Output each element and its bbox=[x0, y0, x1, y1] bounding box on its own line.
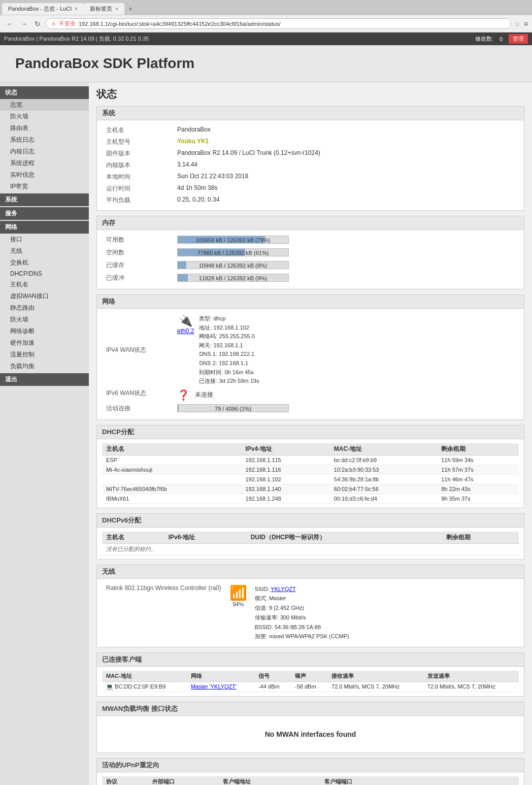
sidebar-item-loadbalance[interactable]: 负载均衡 bbox=[0, 361, 89, 372]
main-layout: 状态 总览 防火墙 路由表 系统日志 内核日志 系统进程 实时信息 IP带宽 系… bbox=[0, 82, 532, 785]
sidebar-item-firewall[interactable]: 防火墙 bbox=[0, 111, 89, 122]
client-network-link[interactable]: Master 'YKLYQZT' bbox=[191, 683, 237, 690]
security-label: 不安全 bbox=[59, 20, 76, 27]
upnp-header-clientaddr: 客户端地址 bbox=[219, 776, 320, 785]
dhcpv6-table: 主机名 IPv6-地址 DUID（DHCP唯一标识符） 剩余租期 没有已分配的租… bbox=[102, 532, 519, 555]
sidebar-item-logout[interactable]: 退出 bbox=[0, 373, 89, 386]
dhcpv6-header-ipv6: IPv6-地址 bbox=[164, 532, 247, 544]
progress-buffered: 11828 kB / 126392 kB (9%) bbox=[177, 274, 289, 282]
ssid-link[interactable]: YKLYQZT bbox=[271, 586, 295, 592]
sidebar-group-title-network[interactable]: 网络 bbox=[0, 221, 89, 234]
sidebar-item-ipbandwidth[interactable]: IP带宽 bbox=[0, 181, 89, 192]
clients-section-header: 已连接客户端 bbox=[97, 653, 524, 667]
dhcpv6-section-header: DHCPv6分配 bbox=[97, 514, 524, 528]
sidebar-item-processes[interactable]: 系统进程 bbox=[0, 157, 89, 169]
lock-icon: ⚠ bbox=[51, 21, 56, 26]
table-row-connections: 活动连接 79 / 4096 (1%) bbox=[102, 403, 519, 415]
wan-info: 类型: dhcp 地址: 192.168.1.102 网络码: 255.255.… bbox=[199, 314, 259, 386]
label-ipv6wan: IPv6 WAN状态 bbox=[102, 387, 173, 403]
sidebar-item-kernlog[interactable]: 内核日志 bbox=[0, 146, 89, 157]
mwan-section-content: No MWAN interfaces found bbox=[97, 716, 524, 753]
wireless-section-header: 无线 bbox=[97, 565, 524, 579]
sidebar-group-title-status[interactable]: 状态 bbox=[0, 86, 89, 99]
cell-hostname: ESP bbox=[102, 455, 241, 465]
client-rx: 72.0 Mbit/s, MCS 7, 20MHz bbox=[327, 681, 423, 692]
memory-section-header: 内存 bbox=[97, 216, 524, 230]
value-avail: 100656 kB / 126392 kB (79%) bbox=[173, 234, 519, 247]
dhcpv6-header-hostname: 主机名 bbox=[102, 532, 164, 544]
signal-indicator: 📶 94% bbox=[229, 584, 247, 607]
tab-active[interactable]: PandoraBox - 总览 - LuCI × bbox=[2, 3, 84, 15]
tab-close-btn[interactable]: × bbox=[75, 6, 78, 12]
progress-connections: 79 / 4096 (1%) bbox=[177, 404, 289, 412]
sidebar-item-static-routes[interactable]: 静态路由 bbox=[0, 302, 89, 314]
sidebar-item-virtual-wan[interactable]: 虚拟WAN接口 bbox=[0, 290, 89, 302]
sidebar-item-netdiag[interactable]: 网络诊断 bbox=[0, 325, 89, 337]
sidebar-item-switch[interactable]: 交换机 bbox=[0, 257, 89, 269]
reload-button[interactable]: ↻ bbox=[32, 19, 43, 29]
status-left-text: PandoraBox | PandoraBox R2 14.09 | 负载: 0… bbox=[4, 35, 149, 43]
sidebar-group-services: 服务 bbox=[0, 207, 89, 220]
question-icon: ❓ bbox=[177, 389, 190, 401]
table-row: Mi-4c-xiaomishouji 192.168.1.116 10:2a:b… bbox=[102, 465, 519, 474]
dhcp-header-ipv4: IPv4-地址 bbox=[241, 443, 329, 455]
eth-link[interactable]: eth0.2 bbox=[177, 328, 194, 335]
clients-section-content: MAC-地址 网络 信号 噪声 接收速率 发送速率 💻 BC:DD: bbox=[97, 667, 524, 696]
sidebar-item-traffic[interactable]: 流量控制 bbox=[0, 349, 89, 361]
sidebar-item-dhcp-dns[interactable]: DHCP/DNS bbox=[0, 269, 89, 279]
upnp-header-action bbox=[404, 776, 519, 785]
client-network: Master 'YKLYQZT' bbox=[187, 681, 254, 692]
memory-section-content: 可用数 100656 kB / 126392 kB (79%) 空闲数 bbox=[97, 230, 524, 289]
tab-close-btn2[interactable]: × bbox=[115, 6, 118, 12]
progress-free: 77880 kB / 126392 kB (61%) bbox=[177, 248, 289, 256]
tab-new-tab[interactable]: 新标签页 × bbox=[84, 3, 124, 15]
sidebar-item-routes[interactable]: 路由表 bbox=[0, 122, 89, 134]
manage-button[interactable]: 管理 bbox=[509, 34, 528, 44]
upnp-section-header: 活动的UPnP重定向 bbox=[97, 759, 524, 772]
url-box[interactable]: ⚠ 不安全 192.168.1.1/cgi-bin/luci/;stok=a4c… bbox=[46, 18, 511, 29]
label-hostname: 主机名 bbox=[102, 124, 173, 136]
new-tab-button[interactable]: + bbox=[124, 3, 137, 15]
mwan-no-data: No MWAN interfaces found bbox=[102, 720, 519, 748]
sidebar-group-title-services[interactable]: 服务 bbox=[0, 207, 89, 220]
sidebar-item-realtime[interactable]: 实时信息 bbox=[0, 169, 89, 181]
browser-chrome: PandoraBox - 总览 - LuCI × 新标签页 × + ← → ↻ … bbox=[0, 0, 532, 45]
sidebar-item-interfaces[interactable]: 接口 bbox=[0, 234, 89, 245]
bookmark-icon[interactable]: ☆ bbox=[514, 20, 521, 28]
label-load: 平均负载 bbox=[102, 194, 173, 206]
wireless-controller-label: Ralink 802.11bgn Wireless Controller (ra… bbox=[102, 583, 225, 643]
table-row: MiTV-76ec465040fb7f6b 192.168.1.140 60:0… bbox=[102, 484, 519, 494]
tab-label: PandoraBox - 总览 - LuCI bbox=[8, 5, 72, 13]
dhcp-section-header: DHCP分配 bbox=[97, 426, 524, 439]
network-section: 网络 IPv4 WAN状态 🔌 eth0.2 类型: bbox=[96, 295, 524, 420]
sidebar-item-hwaccel[interactable]: 硬件加速 bbox=[0, 337, 89, 349]
sidebar-item-firewall-net[interactable]: 防火墙 bbox=[0, 314, 89, 325]
value-localtime: Sun Oct 21 22:43:03 2018 bbox=[173, 171, 519, 183]
dhcpv6-header-lease: 剩余租期 bbox=[442, 532, 519, 544]
table-row-ipv6wan: IPv6 WAN状态 ❓ 未连接 bbox=[102, 387, 519, 403]
value-buffered: 11828 kB / 126392 kB (9%) bbox=[173, 272, 519, 285]
sidebar-item-wireless[interactable]: 无线 bbox=[0, 245, 89, 257]
address-bar: ← → ↻ ⚠ 不安全 192.168.1.1/cgi-bin/luci/;st… bbox=[0, 15, 532, 32]
upnp-header-row: 协议 外部端口 客户端地址 客户端端口 bbox=[102, 776, 519, 785]
menu-button[interactable]: ≡ bbox=[524, 20, 528, 28]
wireless-section-content: Ralink 802.11bgn Wireless Controller (ra… bbox=[97, 579, 524, 647]
sidebar-group-status: 状态 总览 防火墙 路由表 系统日志 内核日志 系统进程 实时信息 IP带宽 bbox=[0, 86, 89, 192]
progress-avail: 100656 kB / 126392 kB (79%) bbox=[177, 236, 289, 244]
dhcpv6-header-row: 主机名 IPv6-地址 DUID（DHCP唯一标识符） 剩余租期 bbox=[102, 532, 519, 544]
table-row: 内核版本 3.14.44 bbox=[102, 159, 519, 171]
sidebar-group-title-system[interactable]: 系统 bbox=[0, 193, 89, 206]
memory-section: 内存 可用数 100656 kB / 126392 kB (79%) 空闲数 bbox=[96, 216, 524, 289]
sidebar-item-overview[interactable]: 总览 bbox=[0, 99, 89, 111]
progress-cached: 10948 kB / 126392 kB (8%) bbox=[177, 261, 289, 269]
sidebar-item-hostname[interactable]: 主机名 bbox=[0, 279, 89, 290]
back-button[interactable]: ← bbox=[4, 19, 15, 29]
status-bar: PandoraBox | PandoraBox R2 14.09 | 负载: 0… bbox=[0, 32, 532, 45]
sidebar-item-syslog[interactable]: 系统日志 bbox=[0, 134, 89, 146]
dhcp-header-mac: MAC-地址 bbox=[330, 443, 437, 455]
cell-ipv4: 192.168.1.140 bbox=[241, 484, 329, 494]
clients-header-mac: MAC-地址 bbox=[102, 671, 187, 682]
forward-button[interactable]: → bbox=[18, 19, 29, 29]
upnp-header-protocol: 协议 bbox=[102, 776, 148, 785]
label-kernel: 内核版本 bbox=[102, 159, 173, 171]
